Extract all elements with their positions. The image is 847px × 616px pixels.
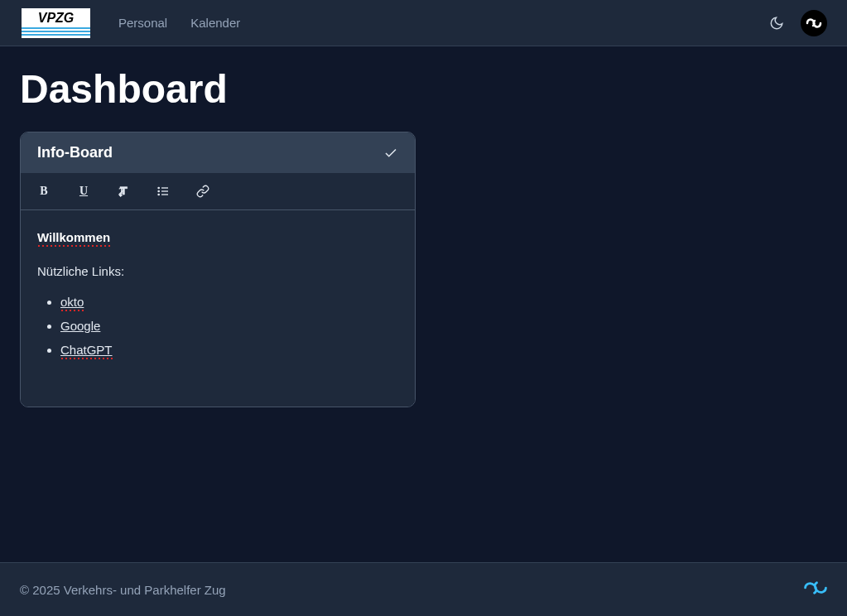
footer: © 2025 Verkehrs- und Parkhelfer Zug [0, 562, 847, 616]
svg-rect-3 [161, 187, 168, 188]
swirl-icon [804, 580, 827, 599]
moon-icon[interactable] [769, 16, 784, 31]
card-body[interactable]: Willkommen Nützliche Links: okto Google … [21, 210, 415, 407]
card-title: Info-Board [37, 144, 113, 161]
nav-link-personal[interactable]: Personal [118, 16, 167, 30]
logo[interactable]: VPZG [20, 7, 92, 40]
bold-icon[interactable]: B [37, 183, 51, 200]
editor-toolbar: B U T [21, 173, 415, 210]
svg-point-2 [157, 187, 160, 190]
main-content: Dashboard Info-Board B U T [0, 46, 847, 562]
page-title: Dashboard [20, 66, 827, 112]
logo-text: VPZG [38, 11, 75, 26]
body-subtext: Nützliche Links: [37, 264, 398, 278]
list-icon[interactable] [156, 183, 170, 200]
clear-format-icon[interactable]: T [117, 183, 130, 200]
link-chatgpt[interactable]: ChatGPT [60, 343, 113, 357]
nav-link-kalender[interactable]: Kalender [190, 16, 240, 30]
link-icon[interactable] [196, 183, 209, 200]
list-item: ChatGPT [60, 343, 398, 357]
footer-text: © 2025 Verkehrs- und Parkhelfer Zug [20, 583, 226, 597]
link-google[interactable]: Google [60, 319, 100, 333]
list-item: Google [60, 319, 398, 333]
nav-links: Personal Kalender [118, 16, 240, 30]
card-header: Info-Board [21, 132, 415, 173]
link-okto[interactable]: okto [60, 295, 84, 309]
list-item: okto [60, 295, 398, 309]
swirl-icon [804, 13, 824, 33]
body-heading: Willkommen [37, 230, 110, 244]
svg-point-4 [157, 190, 160, 193]
info-board-card: Info-Board B U T [20, 132, 416, 407]
nav-right [769, 10, 827, 36]
navbar: VPZG Personal Kalender [0, 0, 847, 46]
avatar[interactable] [801, 10, 827, 36]
link-list: okto Google ChatGPT [37, 295, 398, 357]
check-icon[interactable] [383, 146, 398, 161]
svg-point-6 [157, 194, 160, 196]
underline-icon[interactable]: U [77, 183, 90, 200]
svg-rect-7 [161, 194, 168, 195]
svg-rect-5 [161, 190, 168, 191]
